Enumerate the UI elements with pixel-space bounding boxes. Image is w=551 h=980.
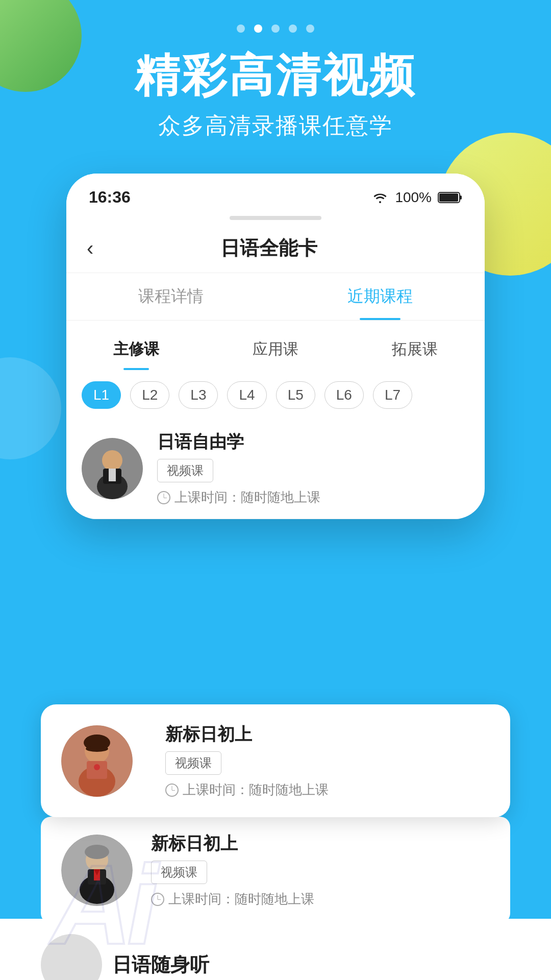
level-btn-l3[interactable]: L3 [179, 381, 218, 409]
nav-bar: ‹ 日语全能卡 [66, 228, 485, 273]
svg-rect-2 [439, 193, 458, 202]
course-info-1: 日语自由学 视频课 上课时间：随时随地上课 [157, 430, 469, 506]
avatar-svg-1 [82, 438, 143, 499]
back-button[interactable]: ‹ [87, 237, 93, 260]
hero-title: 精彩高清视频 [0, 51, 551, 101]
floating-course-name: 新标日初上 [165, 723, 490, 746]
hero-section: 精彩高清视频 众多高清录播课任意学 [0, 51, 551, 141]
level-btn-l7[interactable]: L7 [373, 381, 412, 409]
bg-circle-blue-left [0, 357, 61, 459]
sub-tab-main[interactable]: 主修课 [66, 331, 206, 370]
clock-icon-2 [165, 783, 179, 797]
battery-percent: 100% [395, 189, 432, 206]
svg-rect-1 [460, 195, 462, 200]
notch-bar [230, 216, 321, 220]
sub-tab-bar: 主修课 应用课 拓展课 [66, 321, 485, 370]
status-time: 16:36 [89, 188, 131, 207]
course-tag-1: 视频课 [157, 459, 213, 482]
course-avatar-1 [82, 438, 143, 499]
pagination-dots [237, 24, 314, 33]
floating-course-info: 新标日初上 视频课 上课时间：随时随地上课 [165, 723, 490, 799]
floating-course-time: 上课时间：随时随地上课 [165, 781, 490, 799]
phone-mockup: 16:36 100% ‹ [66, 174, 485, 519]
dot-1[interactable] [237, 24, 245, 33]
sub-tab-applied[interactable]: 应用课 [206, 331, 345, 370]
tab-bar: 课程详情 近期课程 [66, 273, 485, 321]
dot-4[interactable] [289, 24, 297, 33]
course-time-3: 上课时间：随时随地上课 [151, 890, 314, 908]
level-btn-l1[interactable]: L1 [82, 381, 121, 409]
phone-notch [66, 212, 485, 228]
svg-point-13 [86, 746, 108, 752]
level-btn-l2[interactable]: L2 [130, 381, 169, 409]
avatar-svg-2 [61, 725, 133, 797]
level-bar: L1 L2 L3 L4 L5 L6 L7 [66, 370, 485, 418]
dot-5[interactable] [306, 24, 314, 33]
clock-icon-1 [157, 491, 170, 504]
floating-card-course-2[interactable]: 新标日初上 视频课 上课时间：随时随地上课 [41, 704, 510, 817]
course-name-3: 新标日初上 [151, 832, 314, 855]
level-btn-l6[interactable]: L6 [324, 381, 364, 409]
course-item-1[interactable]: 日语自由学 视频课 上课时间：随时随地上课 [82, 418, 469, 519]
floating-course-tag: 视频课 [165, 751, 221, 775]
level-btn-l5[interactable]: L5 [276, 381, 315, 409]
floating-avatar [61, 725, 133, 797]
svg-point-4 [102, 450, 122, 471]
hero-subtitle: 众多高清录播课任意学 [0, 111, 551, 141]
svg-point-14 [94, 764, 100, 770]
svg-rect-7 [109, 469, 116, 481]
dot-2[interactable] [254, 24, 262, 33]
status-icons: 100% [371, 189, 462, 206]
battery-icon [438, 191, 462, 204]
page-container: 精彩高清视频 众多高清录播课任意学 16:36 100% [0, 0, 551, 980]
wifi-icon [371, 191, 389, 204]
tab-course-detail[interactable]: 课程详情 [66, 273, 276, 320]
course-info-3: 新标日初上 视频课 上课时间：随时随地上课 [151, 832, 314, 908]
ai-watermark: Ai [51, 841, 153, 970]
status-bar: 16:36 100% [66, 174, 485, 212]
sub-tab-extended[interactable]: 拓展课 [345, 331, 485, 370]
course-time-1: 上课时间：随时随地上课 [157, 488, 469, 506]
nav-title: 日语全能卡 [93, 235, 444, 261]
dot-3[interactable] [271, 24, 280, 33]
level-btn-l4[interactable]: L4 [227, 381, 266, 409]
course-name-1: 日语自由学 [157, 430, 469, 454]
course-tag-3: 视频课 [151, 861, 207, 884]
tab-recent-course[interactable]: 近期课程 [276, 273, 485, 320]
course-list: 日语自由学 视频课 上课时间：随时随地上课 [66, 418, 485, 519]
